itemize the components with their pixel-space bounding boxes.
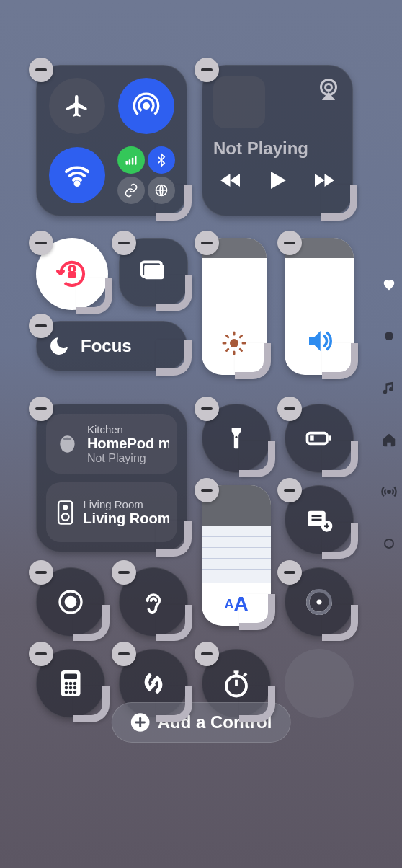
airdrop-icon bbox=[132, 92, 161, 120]
screen-record-button[interactable] bbox=[36, 567, 105, 637]
page-dot-extra[interactable] bbox=[379, 533, 399, 554]
focus-button[interactable]: Focus bbox=[36, 321, 187, 371]
resize-handle[interactable] bbox=[326, 527, 358, 559]
resize-handle[interactable] bbox=[160, 189, 192, 221]
bluetooth-toggle[interactable] bbox=[148, 146, 175, 174]
home-item-room: Kitchen bbox=[87, 423, 169, 435]
resize-handle[interactable] bbox=[161, 280, 192, 311]
svg-point-44 bbox=[69, 682, 73, 686]
music-note-icon bbox=[381, 380, 397, 396]
svg-point-50 bbox=[69, 691, 73, 694]
resize-handle[interactable] bbox=[326, 189, 357, 221]
page-dot-current[interactable] bbox=[379, 326, 399, 346]
svg-rect-3 bbox=[129, 159, 131, 165]
svg-point-45 bbox=[73, 682, 77, 686]
timer-button[interactable] bbox=[285, 567, 354, 637]
resize-handle[interactable] bbox=[326, 446, 358, 477]
resize-handle[interactable] bbox=[239, 347, 271, 379]
bluetooth-icon bbox=[154, 153, 169, 167]
svg-point-0 bbox=[144, 104, 149, 109]
resize-handle[interactable] bbox=[161, 609, 192, 641]
remove-badge[interactable] bbox=[29, 314, 53, 338]
wifi-icon bbox=[63, 161, 91, 190]
orientation-lock-button[interactable] bbox=[36, 238, 108, 310]
remove-badge[interactable] bbox=[277, 478, 302, 502]
focus-label: Focus bbox=[81, 336, 132, 356]
hearing-button[interactable] bbox=[119, 567, 188, 637]
cellular-toggle[interactable] bbox=[117, 146, 145, 174]
home-item-title: HomePod m bbox=[87, 435, 169, 452]
play-button[interactable] bbox=[264, 167, 290, 193]
page-dot-music[interactable] bbox=[379, 378, 399, 398]
antenna-icon bbox=[381, 484, 397, 500]
remove-badge[interactable] bbox=[112, 642, 136, 666]
page-dot-home[interactable] bbox=[379, 430, 399, 450]
remove-badge[interactable] bbox=[29, 560, 53, 585]
airplay-button[interactable] bbox=[316, 76, 341, 102]
remove-badge[interactable] bbox=[29, 397, 53, 421]
remove-badge[interactable] bbox=[112, 560, 136, 585]
remove-badge[interactable] bbox=[195, 478, 219, 502]
remove-badge[interactable] bbox=[29, 642, 53, 666]
svg-rect-9 bbox=[68, 271, 76, 278]
remove-badge[interactable] bbox=[277, 560, 302, 585]
resize-handle[interactable] bbox=[326, 609, 358, 641]
svg-point-40 bbox=[317, 600, 322, 605]
remove-badge[interactable] bbox=[277, 231, 302, 255]
remove-badge[interactable] bbox=[277, 397, 302, 421]
airdrop-toggle[interactable] bbox=[118, 78, 174, 134]
resize-handle[interactable] bbox=[160, 525, 192, 557]
homepod-icon bbox=[55, 431, 80, 457]
remove-badge[interactable] bbox=[29, 231, 53, 255]
svg-point-22 bbox=[63, 437, 72, 440]
remove-badge[interactable] bbox=[29, 58, 53, 82]
page-dot-favorites[interactable] bbox=[379, 274, 399, 294]
resize-handle[interactable] bbox=[326, 347, 358, 379]
playback-module[interactable]: Not Playing bbox=[202, 65, 353, 216]
page-indicator[interactable] bbox=[379, 274, 399, 554]
resize-handle[interactable] bbox=[161, 691, 192, 722]
svg-point-1 bbox=[76, 182, 79, 185]
volume-slider[interactable] bbox=[285, 238, 354, 375]
svg-rect-29 bbox=[310, 435, 314, 440]
resize-handle[interactable] bbox=[78, 691, 110, 722]
remove-badge[interactable] bbox=[112, 231, 136, 255]
svg-line-20 bbox=[240, 336, 241, 337]
home-icon bbox=[381, 432, 397, 448]
remove-badge[interactable] bbox=[195, 231, 219, 255]
page-dot-connectivity[interactable] bbox=[379, 482, 399, 502]
flashlight-button[interactable] bbox=[202, 404, 271, 473]
resize-handle[interactable] bbox=[244, 446, 275, 477]
svg-point-24 bbox=[63, 505, 67, 509]
calculator-button[interactable] bbox=[36, 649, 105, 718]
heart-icon bbox=[381, 276, 397, 292]
remove-badge[interactable] bbox=[195, 397, 219, 421]
wifi-toggle[interactable] bbox=[49, 147, 105, 203]
home-module[interactable]: Kitchen HomePod m Not Playing Living Roo… bbox=[36, 404, 187, 552]
album-art-placeholder bbox=[213, 76, 265, 128]
airplane-mode-toggle[interactable] bbox=[49, 78, 105, 134]
resize-handle[interactable] bbox=[244, 598, 275, 630]
text-size-slider[interactable]: AA bbox=[202, 485, 271, 626]
svg-point-47 bbox=[69, 686, 73, 690]
svg-point-43 bbox=[65, 682, 68, 686]
prev-track-button[interactable] bbox=[218, 167, 244, 193]
empty-slot[interactable] bbox=[285, 649, 354, 718]
svg-point-25 bbox=[62, 513, 69, 521]
hotspot-toggle[interactable] bbox=[117, 177, 145, 204]
resize-handle[interactable] bbox=[244, 691, 275, 722]
low-power-button[interactable] bbox=[285, 404, 354, 473]
home-item[interactable]: Kitchen HomePod m Not Playing bbox=[46, 414, 177, 474]
airplay-icon bbox=[316, 76, 341, 102]
brightness-slider[interactable] bbox=[202, 238, 267, 375]
remove-badge[interactable] bbox=[195, 642, 219, 666]
resize-handle[interactable] bbox=[81, 283, 112, 314]
home-item-status: Not Playing bbox=[87, 452, 169, 465]
connectivity-module[interactable] bbox=[36, 65, 187, 216]
resize-handle[interactable] bbox=[160, 344, 192, 376]
plus-circle-icon bbox=[130, 712, 151, 732]
resize-handle[interactable] bbox=[78, 609, 110, 641]
remove-badge[interactable] bbox=[195, 58, 219, 82]
quick-note-button[interactable] bbox=[285, 485, 354, 554]
screen-mirror-button[interactable] bbox=[119, 238, 188, 307]
